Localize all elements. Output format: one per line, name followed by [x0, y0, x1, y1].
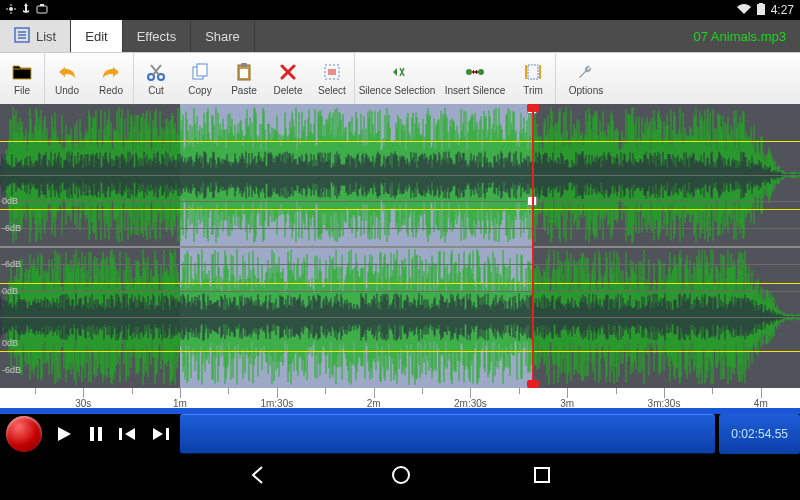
delete-icon	[280, 61, 296, 83]
insert-silence-label: Insert Silence	[445, 85, 506, 96]
tab-list[interactable]: List	[0, 20, 71, 52]
svg-rect-2	[40, 4, 44, 6]
copy-icon	[191, 61, 209, 83]
trim-icon	[524, 61, 542, 83]
options-label: Options	[569, 85, 603, 96]
list-icon	[14, 27, 30, 46]
trim-button[interactable]: Trim	[511, 53, 555, 104]
transport-controls: 0:02:54.55	[0, 414, 800, 454]
tab-share-label: Share	[205, 29, 240, 44]
db-scale: 0dB -6dB -6dB 0dB 0dB -6dB	[0, 104, 30, 388]
insert-silence-button[interactable]: Insert Silence	[439, 53, 511, 104]
svg-rect-16	[528, 65, 538, 79]
undo-label: Undo	[55, 85, 79, 96]
redo-button[interactable]: Redo	[89, 53, 133, 104]
timeline-ruler[interactable]: 30s1m1m:30s2m2m:30s3m3m:30s4m	[0, 388, 800, 414]
svg-rect-18	[98, 427, 102, 441]
select-button[interactable]: Select	[310, 53, 354, 104]
select-icon	[323, 61, 341, 83]
db-label: -6dB	[2, 365, 21, 375]
timeline-label: 4m	[754, 398, 768, 409]
undo-icon	[57, 61, 77, 83]
svg-point-15	[478, 69, 484, 75]
undo-button[interactable]: Undo	[45, 53, 89, 104]
progress-bar[interactable]	[180, 414, 715, 454]
waveform-graphic	[0, 104, 800, 388]
cut-button[interactable]: Cut	[134, 53, 178, 104]
screenshot-icon	[36, 3, 48, 18]
tab-edit-label: Edit	[85, 29, 107, 44]
svg-rect-9	[197, 64, 207, 76]
skip-forward-button[interactable]	[144, 414, 176, 454]
timeline-label: 2m	[367, 398, 381, 409]
timeline-label: 2m:30s	[454, 398, 487, 409]
back-button[interactable]	[248, 464, 270, 490]
silence-icon	[388, 61, 406, 83]
svg-rect-1	[37, 6, 47, 13]
android-nav-bar	[0, 454, 800, 500]
play-button[interactable]	[48, 414, 80, 454]
select-label: Select	[318, 85, 346, 96]
record-button[interactable]	[6, 416, 42, 452]
waveform-view[interactable]: 0dB -6dB -6dB 0dB 0dB -6dB	[0, 104, 800, 388]
playhead[interactable]	[532, 104, 534, 388]
svg-rect-20	[166, 428, 169, 440]
paste-button[interactable]: Paste	[222, 53, 266, 104]
paste-icon	[236, 61, 252, 83]
current-filename: 07 Animals.mp3	[694, 20, 801, 52]
tab-effects-label: Effects	[137, 29, 177, 44]
timeline-label: 1m:30s	[260, 398, 293, 409]
timeline-label: 30s	[75, 398, 91, 409]
main-tabs: List Edit Effects Share 07 Animals.mp3	[0, 20, 800, 52]
db-label: 0dB	[2, 196, 18, 206]
paste-label: Paste	[231, 85, 257, 96]
svg-rect-11	[241, 63, 247, 67]
svg-rect-4	[759, 3, 763, 4]
wifi-icon	[737, 3, 751, 17]
file-button[interactable]: File	[0, 53, 44, 104]
tab-effects[interactable]: Effects	[123, 20, 192, 52]
copy-button[interactable]: Copy	[178, 53, 222, 104]
home-button[interactable]	[390, 464, 412, 490]
recents-button[interactable]	[532, 465, 552, 489]
svg-point-14	[466, 69, 472, 75]
svg-rect-17	[90, 427, 94, 441]
folder-icon	[12, 61, 32, 83]
svg-point-0	[9, 7, 13, 11]
silence-selection-label: Silence Selection	[359, 85, 436, 96]
svg-rect-3	[757, 4, 765, 15]
timeline-label: 1m	[173, 398, 187, 409]
svg-rect-19	[119, 428, 122, 440]
tab-list-label: List	[36, 29, 56, 44]
redo-label: Redo	[99, 85, 123, 96]
silence-selection-button[interactable]: Silence Selection	[355, 53, 439, 104]
delete-button[interactable]: Delete	[266, 53, 310, 104]
toolbar: File Undo Redo Cut Copy Paste Delete Sel…	[0, 52, 800, 104]
skip-back-button[interactable]	[112, 414, 144, 454]
redo-icon	[101, 61, 121, 83]
db-label: 0dB	[2, 286, 18, 296]
battery-icon	[757, 3, 765, 18]
status-time: 4:27	[771, 3, 794, 17]
db-label: 0dB	[2, 338, 18, 348]
tab-share[interactable]: Share	[191, 20, 255, 52]
timecode-display: 0:02:54.55	[719, 414, 800, 454]
debug-icon	[6, 3, 16, 18]
trim-label: Trim	[523, 85, 543, 96]
scissors-icon	[147, 61, 165, 83]
tab-edit[interactable]: Edit	[71, 20, 122, 52]
android-status-bar: 4:27	[0, 0, 800, 20]
copy-label: Copy	[188, 85, 211, 96]
svg-point-21	[393, 467, 409, 483]
cut-label: Cut	[148, 85, 164, 96]
file-label: File	[14, 85, 30, 96]
pause-button[interactable]	[80, 414, 112, 454]
timeline-label: 3m:30s	[648, 398, 681, 409]
svg-rect-12	[240, 69, 248, 78]
options-button[interactable]: Options	[556, 53, 616, 104]
db-label: -6dB	[2, 223, 21, 233]
delete-label: Delete	[274, 85, 303, 96]
usb-icon	[22, 3, 30, 18]
db-label: -6dB	[2, 259, 21, 269]
svg-rect-22	[535, 468, 549, 482]
